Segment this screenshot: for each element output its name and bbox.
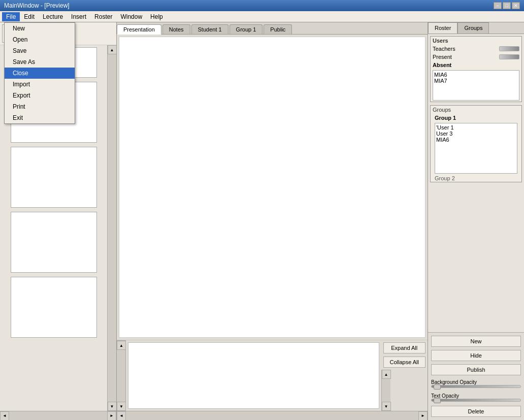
group1-list: 'User 1 User 3 MIA6 — [435, 123, 517, 174]
absent-user-1: MIA6 — [434, 72, 518, 78]
tabs-bar: Presentation Notes Student 1 Group 1 Pub… — [117, 22, 428, 35]
notes-area: ▲ ▼ Expand All Collapse All ▲ ▼ — [117, 340, 428, 411]
slide-thumb-3[interactable] — [11, 147, 97, 208]
tab-public[interactable]: Public — [264, 24, 292, 34]
menu-new[interactable]: New — [5, 23, 75, 34]
menu-file[interactable]: File — [2, 12, 20, 21]
main-layout: T ↖ ▲ ▼ ◄ ► — [0, 22, 524, 420]
menu-save-as[interactable]: Save As — [5, 56, 75, 68]
absent-label: Absent — [431, 61, 521, 69]
notes-right-panel: Expand All Collapse All ▲ ▼ — [381, 340, 428, 411]
center-vscroll-up[interactable]: ▲ — [117, 341, 126, 350]
absent-list: MIA6 MIA7 — [433, 70, 519, 101]
right-buttons: New Hide Publish Background Opacity Text… — [428, 332, 524, 420]
tab-groups[interactable]: Groups — [457, 22, 489, 34]
menu-help[interactable]: Help — [146, 12, 167, 21]
menu-print[interactable]: Print — [5, 101, 75, 112]
group2-label: Group 2 — [431, 175, 521, 182]
center-vscroll-down[interactable]: ▼ — [117, 402, 126, 411]
group1-member-3: MIA6 — [436, 137, 516, 143]
menu-bar: File Edit Lecture Insert Roster Window H… — [0, 11, 524, 22]
title-bar-text: MainWindow - [Preview] — [4, 2, 70, 9]
expand-all-button[interactable]: Expand All — [383, 342, 425, 353]
close-window-button[interactable]: ✕ — [512, 2, 520, 9]
new-button[interactable]: New — [431, 336, 521, 347]
slide-scroll-down[interactable]: ▼ — [108, 402, 117, 411]
text-opacity-thumb[interactable] — [434, 398, 441, 403]
center-hscroll-right[interactable]: ► — [418, 411, 428, 421]
teachers-label: Teachers — [433, 46, 455, 52]
notes-vscroll-down[interactable]: ▼ — [382, 402, 391, 411]
present-row: Present — [431, 53, 521, 61]
background-opacity-slider[interactable] — [431, 385, 521, 388]
present-label: Present — [433, 54, 452, 60]
roster-content: Users Teachers Present Absent MIA6 MIA7 … — [428, 34, 524, 332]
right-panel: Roster Groups Users Teachers Present Abs… — [428, 22, 524, 420]
group1-member-1: 'User 1 — [436, 124, 516, 131]
groups-section: Groups Group 1 'User 1 User 3 MIA6 Group… — [430, 105, 522, 182]
notes-vscroll-track[interactable] — [382, 379, 390, 402]
menu-export[interactable]: Export — [5, 90, 75, 101]
collapse-all-button[interactable]: Collapse All — [383, 357, 425, 368]
publish-button[interactable]: Publish — [431, 364, 521, 375]
menu-window[interactable]: Window — [116, 12, 146, 21]
notes-content — [128, 342, 379, 409]
title-bar-controls: – □ ✕ — [494, 2, 520, 9]
tab-roster[interactable]: Roster — [428, 22, 457, 34]
left-hscroll: ◄ ► — [0, 411, 116, 420]
tab-student1[interactable]: Student 1 — [191, 24, 228, 34]
slide-thumb-5[interactable] — [11, 277, 97, 338]
center-hscroll-left[interactable]: ◄ — [117, 411, 126, 421]
slide-scroll-up[interactable]: ▲ — [108, 45, 117, 54]
menu-close[interactable]: Close — [5, 68, 75, 79]
slide-scroll-track[interactable] — [108, 54, 116, 402]
hide-button[interactable]: Hide — [431, 350, 521, 361]
tab-notes[interactable]: Notes — [162, 24, 190, 34]
left-hscroll-left[interactable]: ◄ — [0, 411, 9, 421]
present-connector — [499, 54, 519, 59]
users-section: Users Teachers Present Absent MIA6 MIA7 — [430, 36, 522, 102]
menu-roster[interactable]: Roster — [90, 12, 116, 21]
text-opacity-row: Text Opacity — [431, 393, 521, 402]
center-vscroll-track[interactable] — [117, 350, 125, 402]
left-hscroll-right[interactable]: ► — [107, 411, 116, 421]
notes-vscroll-up[interactable]: ▲ — [382, 370, 391, 379]
absent-user-2: MIA7 — [434, 78, 518, 84]
notes-vscroll: ▲ ▼ — [381, 370, 390, 411]
menu-lecture[interactable]: Lecture — [39, 12, 67, 21]
menu-edit[interactable]: Edit — [20, 12, 39, 21]
group1-header: Group 1 — [431, 114, 521, 122]
users-label: Users — [431, 37, 521, 45]
right-tabs: Roster Groups — [428, 22, 524, 34]
center-area: Presentation Notes Student 1 Group 1 Pub… — [117, 22, 428, 420]
background-opacity-thumb[interactable] — [434, 384, 441, 390]
menu-save[interactable]: Save — [5, 45, 75, 56]
menu-exit[interactable]: Exit — [5, 112, 75, 123]
maximize-button[interactable]: □ — [503, 2, 511, 9]
slide-thumb-4[interactable] — [11, 212, 97, 273]
groups-label: Groups — [431, 106, 521, 114]
text-opacity-slider[interactable] — [431, 399, 521, 402]
title-bar: MainWindow - [Preview] – □ ✕ — [0, 0, 524, 11]
center-vscroll: ▲ ▼ — [117, 340, 126, 411]
presentation-canvas — [119, 37, 425, 338]
menu-import[interactable]: Import — [5, 79, 75, 90]
tab-presentation[interactable]: Presentation — [117, 24, 161, 35]
notes-buttons: Expand All Collapse All — [381, 340, 428, 370]
delete-button[interactable]: Delete — [431, 406, 521, 417]
slide-scrollbar: ▲ ▼ — [107, 45, 116, 411]
teachers-connector — [499, 46, 519, 51]
teachers-row: Teachers — [431, 45, 521, 53]
tab-group1[interactable]: Group 1 — [230, 24, 263, 34]
menu-insert[interactable]: Insert — [67, 12, 90, 21]
background-opacity-row: Background Opacity — [431, 379, 521, 388]
group1-member-2: User 3 — [436, 131, 516, 137]
file-dropdown: New Open Save Save As Close Import Expor… — [4, 22, 75, 124]
center-hscroll: ◄ ► — [117, 411, 428, 420]
minimize-button[interactable]: – — [494, 2, 502, 9]
menu-open[interactable]: Open — [5, 34, 75, 45]
